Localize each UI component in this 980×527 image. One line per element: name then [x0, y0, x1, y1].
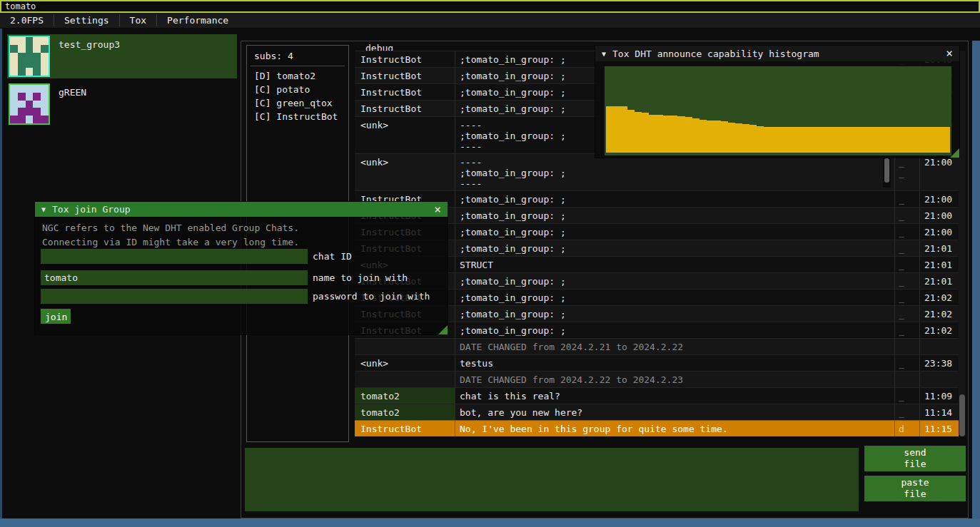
histogram-bin	[850, 127, 857, 153]
message-input[interactable]	[245, 448, 859, 511]
histogram-bin	[785, 127, 792, 153]
histogram-bin	[728, 123, 735, 153]
avatar-pixel	[18, 53, 26, 61]
status-cell: _ _	[894, 322, 919, 338]
avatar-pixel	[33, 53, 41, 61]
chat-system-row[interactable]: DATE CHANGED from 2024.2.21 to 2024.2.22	[355, 338, 959, 354]
close-icon[interactable]: ×	[946, 48, 953, 58]
sender-cell: InstructBot	[355, 83, 455, 100]
send-file-button[interactable]: send file	[864, 446, 966, 471]
message-cell: ;tomato_in_group: ;	[455, 322, 894, 338]
histogram-bin	[921, 127, 929, 153]
histogram-bin	[721, 121, 728, 153]
avatar-pixel	[18, 45, 26, 53]
avatar-pixel	[10, 101, 18, 108]
avatar-pixel	[10, 85, 18, 93]
avatar-pixel	[33, 37, 41, 45]
status-cell: _ _	[894, 207, 919, 223]
histogram-bin	[707, 121, 714, 153]
collapse-arrow-icon[interactable]: ▼	[41, 205, 46, 213]
histogram-bin	[814, 127, 821, 153]
chat-message-row[interactable]: tomato2chat is this real?_ _11:09	[355, 387, 959, 404]
menu-tox[interactable]: Tox	[120, 13, 156, 28]
avatar-pixel	[41, 93, 49, 101]
avatar-pixel	[18, 85, 26, 93]
avatar-pixel	[26, 85, 34, 93]
chat-message-row[interactable]: InstructBotNo, I've been in this group f…	[355, 420, 959, 436]
chat-system-row[interactable]: DATE CHANGED from 2024.2.22 to 2024.2.23	[355, 371, 959, 387]
status-cell: _ _	[894, 387, 919, 404]
histogram-bin	[914, 127, 921, 153]
avatar-pixel	[18, 68, 26, 76]
sender-cell: <unk>	[355, 354, 455, 371]
sender-cell: InstructBot	[355, 67, 455, 83]
group-avatar	[9, 36, 50, 77]
dht-histogram-plot	[605, 66, 951, 155]
member-item-green_qtox[interactable]: [C] green_qtox	[247, 96, 348, 110]
group-avatar	[9, 83, 50, 125]
time-cell: 21:01	[919, 240, 959, 256]
message-cell: ;tomato_in_group: ;	[455, 305, 894, 322]
status-cell: _ _	[894, 190, 919, 207]
histogram-bin	[936, 127, 943, 153]
status-cell: _ _	[894, 404, 919, 420]
avatar-pixel	[33, 68, 41, 76]
avatar-pixel	[18, 116, 26, 123]
sender-cell: InstructBot	[355, 51, 455, 67]
avatar-pixel	[33, 101, 41, 108]
histogram-bin	[771, 127, 778, 153]
chat-scrollbar-thumb[interactable]	[959, 394, 965, 436]
histogram-bin	[893, 127, 900, 153]
status-cell: _ _	[894, 305, 919, 322]
chat-id-input[interactable]	[41, 249, 308, 264]
member-item-InstructBot[interactable]: [C] InstructBot	[247, 110, 348, 123]
member-item-potato[interactable]: [C] potato	[247, 83, 348, 96]
avatar-pixel	[33, 85, 41, 93]
group-item-gREEN[interactable]: gREEN	[7, 82, 237, 126]
avatar-pixel	[41, 53, 49, 61]
histogram-bin	[764, 127, 771, 153]
histogram-bin	[606, 106, 613, 153]
resize-grip-icon[interactable]	[950, 148, 959, 158]
message-cell-scrollbar-thumb[interactable]	[884, 158, 889, 183]
chat-message-row[interactable]: <unk>testus_ _23:38	[355, 354, 959, 371]
avatar-pixel	[41, 37, 49, 45]
histogram-bin	[692, 118, 699, 153]
resize-grip-icon[interactable]	[438, 325, 448, 334]
desktop-edge-left	[0, 29, 2, 518]
avatar-pixel	[18, 60, 26, 68]
member-item-tomato2[interactable]: [D] tomato2	[247, 69, 348, 83]
menu-settings[interactable]: Settings	[54, 13, 119, 28]
join-name-input[interactable]	[41, 270, 308, 285]
histogram-bin	[828, 127, 835, 153]
chat-message-row[interactable]: <unk>---- ;tomato_in_group: ; ----_ _21:…	[355, 153, 959, 190]
join-group-window: ▼ Tox join Group × NGC refers to the New…	[34, 201, 448, 335]
histogram-bin	[778, 127, 785, 153]
histogram-bin	[943, 127, 950, 153]
fps-indicator: 2.0FPS	[0, 13, 54, 28]
menu-bar: 2.0FPSSettingsToxPerformance	[0, 13, 980, 29]
join-password-input[interactable]	[41, 289, 308, 304]
avatar-pixel	[41, 101, 49, 108]
sender-cell: InstructBot	[355, 100, 455, 116]
avatar-pixel	[41, 68, 49, 76]
join-field-label: name to join with	[313, 270, 408, 283]
dht-histogram-window-titlebar[interactable]: ▼ Tox DHT announce capability histogram …	[595, 46, 959, 61]
close-icon[interactable]: ×	[434, 205, 441, 215]
collapse-arrow-icon[interactable]: ▼	[602, 50, 606, 58]
members-list: [D] tomato2[C] potato[C] green_qtox[C] I…	[247, 69, 348, 123]
join-group-window-titlebar[interactable]: ▼ Tox join Group ×	[35, 202, 448, 217]
avatar-pixel	[10, 108, 18, 116]
chat-message-row[interactable]: tomato2bot, are you new here?_ _11:14	[355, 404, 959, 420]
group-item-test_group3[interactable]: test_group3	[7, 34, 237, 78]
window-titlebar[interactable]: tomato	[0, 0, 980, 13]
avatar-pixel	[26, 37, 34, 45]
avatar-pixel	[18, 101, 26, 108]
menu-performance[interactable]: Performance	[157, 13, 238, 28]
join-button[interactable]: join	[41, 309, 71, 324]
message-cell: ;tomato_in_group: ;	[455, 272, 894, 289]
paste-file-button[interactable]: paste file	[864, 476, 966, 501]
avatar-pixel	[10, 68, 18, 76]
desktop-edge-right	[972, 41, 980, 518]
time-cell: 21:00	[919, 223, 959, 240]
